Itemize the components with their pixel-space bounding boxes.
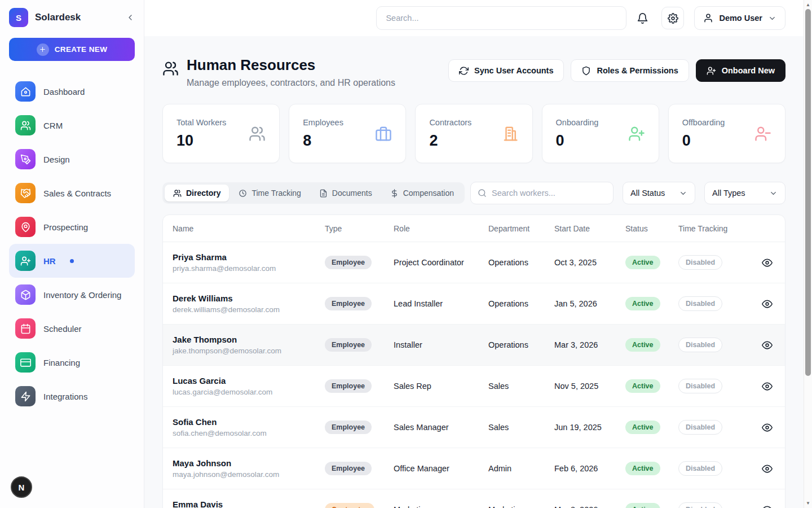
status-badge: Active: [625, 256, 660, 269]
tab-label: Documents: [332, 189, 372, 198]
sidebar-item-label: Inventory & Ordering: [43, 290, 121, 300]
plus-icon: [37, 43, 49, 56]
worker-department: Sales: [488, 423, 554, 432]
roles-permissions-button[interactable]: Roles & Permissions: [571, 59, 689, 82]
sidebar-item-dashboard[interactable]: Dashboard: [9, 75, 135, 108]
status-filter-select[interactable]: All Status: [623, 182, 695, 204]
table-row: Lucas Garcia lucas.garcia@demosolar.com …: [163, 366, 785, 407]
worker-name: Lucas Garcia: [173, 376, 325, 386]
tab-time-tracking[interactable]: Time Tracking: [230, 185, 309, 202]
tabs: Directory Time Tracking Documents Compen…: [162, 182, 465, 204]
stat-label: Contractors: [429, 118, 471, 127]
worker-department: Marketing: [488, 505, 554, 508]
stat-value: 0: [556, 132, 599, 150]
scrollbar-thumb[interactable]: [805, 9, 811, 376]
user-name: Demo User: [719, 14, 762, 23]
settings-button[interactable]: [661, 7, 684, 29]
global-search-input[interactable]: [376, 6, 626, 30]
sidebar-item-label: Financing: [43, 358, 80, 367]
scroll-up-arrow[interactable]: ▲: [804, 2, 812, 7]
stat-card-contractors: Contractors 2: [415, 104, 532, 163]
type-badge: Employee: [325, 256, 372, 269]
sidebar-item-label: Integrations: [43, 392, 87, 401]
view-worker-button[interactable]: [762, 340, 773, 351]
directory-toolbar: Directory Time Tracking Documents Compen…: [162, 182, 785, 204]
calendar-icon: [15, 318, 36, 339]
tab-label: Time Tracking: [251, 189, 301, 198]
dev-badge[interactable]: N: [11, 476, 32, 498]
sidebar-item-crm[interactable]: CRM: [9, 108, 135, 142]
type-filter-select[interactable]: All Types: [704, 182, 785, 204]
sidebar-header: S Solardesk: [0, 0, 144, 32]
users-icon: [162, 60, 179, 88]
view-worker-button[interactable]: [762, 257, 773, 268]
worker-name: Jake Thompson: [173, 335, 325, 344]
column-header-role: Role: [394, 224, 488, 233]
briefcase-icon: [375, 125, 392, 142]
button-label: Sync User Accounts: [474, 66, 553, 75]
users-icon: [249, 125, 266, 142]
tab-documents[interactable]: Documents: [311, 185, 381, 202]
worker-role: Lead Installer: [394, 299, 488, 308]
browser-scrollbar[interactable]: ▲ ▼: [804, 0, 812, 508]
view-worker-button[interactable]: [762, 463, 773, 474]
create-new-button[interactable]: CREATE NEW: [9, 38, 135, 61]
search-icon: [478, 189, 487, 198]
sidebar-item-label: HR: [43, 256, 56, 266]
worker-search-input[interactable]: [492, 189, 606, 198]
type-badge: Employee: [325, 338, 372, 352]
view-worker-button[interactable]: [762, 299, 773, 309]
notifications-button[interactable]: [637, 12, 651, 24]
sidebar-item-hr[interactable]: HR: [9, 244, 135, 278]
worker-department: Admin: [488, 464, 554, 473]
brand-name: Solardesk: [35, 12, 119, 23]
sidebar-item-label: Dashboard: [43, 87, 85, 97]
scroll-down-arrow[interactable]: ▼: [804, 501, 812, 506]
user-plus-icon: [707, 66, 716, 76]
stat-card-onboarding: Onboarding 0: [542, 104, 659, 163]
chevron-down-icon: [769, 189, 778, 198]
user-plus-icon: [15, 251, 36, 271]
zap-icon: [15, 386, 36, 406]
eye-icon: [762, 422, 773, 433]
worker-start-date: Feb 6, 2026: [554, 464, 625, 473]
view-worker-button[interactable]: [762, 422, 773, 433]
dollar-icon: [390, 189, 399, 198]
type-badge: Employee: [325, 421, 372, 434]
stats-row: Total Workers 10 Employees 8 Contractors…: [162, 104, 785, 163]
sidebar-item-design[interactable]: Design: [9, 142, 135, 176]
sidebar-item-inventory-ordering[interactable]: Inventory & Ordering: [9, 278, 135, 312]
sidebar-item-sales-contracts[interactable]: Sales & Contracts: [9, 176, 135, 210]
column-header-status: Status: [625, 224, 678, 233]
worker-email: priya.sharma@demosolar.com: [173, 264, 325, 273]
tab-compensation[interactable]: Compensation: [382, 185, 462, 202]
sidebar-nav: Dashboard CRM Design Sales & Contracts P…: [0, 71, 144, 417]
pen-tool-icon: [15, 149, 36, 169]
onboard-new-button[interactable]: Onboard New: [696, 59, 785, 82]
map-pin-icon: [15, 217, 36, 237]
button-label: Onboard New: [722, 66, 775, 75]
worker-email: derek.williams@demosolar.com: [173, 305, 325, 314]
worker-email: sofia.chen@demosolar.com: [173, 429, 325, 438]
sidebar-item-scheduler[interactable]: Scheduler: [9, 312, 135, 345]
time-tracking-badge: Disabled: [678, 379, 722, 393]
sidebar-item-label: Sales & Contracts: [43, 189, 111, 198]
sync-user-accounts-button[interactable]: Sync User Accounts: [448, 59, 564, 82]
handshake-icon: [15, 183, 36, 203]
user-menu-button[interactable]: Demo User: [694, 6, 785, 30]
stat-card-offboarding: Offboarding 0: [668, 104, 785, 163]
table-row: Priya Sharma priya.sharma@demosolar.com …: [163, 242, 785, 283]
stat-label: Total Workers: [176, 118, 226, 127]
eye-icon: [762, 340, 773, 351]
tab-directory[interactable]: Directory: [165, 185, 229, 202]
sidebar-collapse-icon[interactable]: [126, 13, 135, 22]
sidebar-item-prospecting[interactable]: Prospecting: [9, 210, 135, 244]
view-worker-button[interactable]: [762, 381, 773, 392]
sidebar-item-financing[interactable]: Financing: [9, 345, 135, 379]
worker-department: Operations: [488, 340, 554, 349]
sidebar-item-integrations[interactable]: Integrations: [9, 379, 135, 413]
home-icon: [15, 81, 36, 102]
worker-name: Emma Davis: [173, 500, 325, 508]
view-worker-button[interactable]: [762, 505, 773, 508]
worker-name: Sofia Chen: [173, 417, 325, 427]
